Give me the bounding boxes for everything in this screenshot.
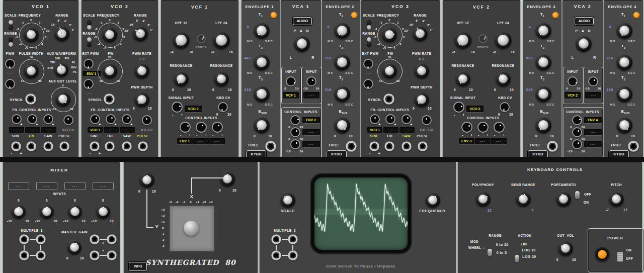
master-gain-knob[interactable]: [67, 240, 82, 254]
bend-range-knob[interactable]: [516, 192, 531, 207]
out-minus-jack-1[interactable]: [90, 250, 100, 260]
mult2-jack-4[interactable]: [288, 250, 298, 260]
pwm-depth-knob[interactable]: [414, 92, 429, 107]
mod-wheel-range-toggle[interactable]: [488, 249, 492, 256]
pulse-out-jack[interactable]: [59, 141, 69, 151]
kb-cv-knob[interactable]: [422, 115, 432, 125]
t2-knob[interactable]: [254, 54, 270, 70]
scale-led-down[interactable]: [9, 25, 13, 30]
pwm-rate-knob[interactable]: [414, 63, 429, 78]
pulse-out-jack[interactable]: [418, 141, 428, 151]
ctrl-cv2-knob[interactable]: [477, 122, 489, 133]
ext-pwm-knob2[interactable]: [363, 79, 373, 89]
pw-knob[interactable]: [102, 63, 117, 78]
power-button[interactable]: [595, 247, 609, 261]
portamento-knob[interactable]: [556, 192, 571, 207]
joystick-ball[interactable]: [184, 221, 199, 236]
input1-level-knob[interactable]: [12, 205, 26, 219]
trig-jack[interactable]: [628, 141, 639, 152]
ctrl-cv3-knob[interactable]: [212, 122, 223, 133]
input2-level-knob[interactable]: [40, 205, 54, 219]
joy-x-scale-knob[interactable]: [220, 171, 235, 187]
mixer-source-slot-2[interactable]: ...: [36, 182, 57, 190]
t1-knob[interactable]: [334, 23, 350, 39]
kb-cv-knob[interactable]: [142, 115, 152, 125]
t3-knob[interactable]: [334, 86, 350, 102]
input1-knob[interactable]: [286, 76, 296, 86]
range-knob[interactable]: [133, 26, 148, 41]
kbd-cv-knob[interactable]: [218, 102, 228, 112]
aux-waveform-knob[interactable]: [54, 63, 68, 77]
t1-knob[interactable]: [535, 23, 551, 39]
saw-out-jack[interactable]: [122, 141, 132, 151]
mult2-jack-1[interactable]: [271, 234, 281, 244]
range-led-down[interactable]: [87, 42, 92, 47]
ctrl-cv3-knob[interactable]: [290, 139, 300, 149]
resonance1-knob[interactable]: [174, 71, 189, 86]
mult1-jack-2[interactable]: [36, 234, 46, 244]
resonance2-knob[interactable]: [496, 71, 511, 86]
pitch-knob[interactable]: [609, 192, 624, 207]
pulse-out-jack[interactable]: [138, 141, 148, 151]
signal-input-knob[interactable]: [172, 102, 183, 113]
t1-knob[interactable]: [616, 23, 632, 39]
hpf-knob[interactable]: [454, 32, 471, 49]
synch-jack[interactable]: [383, 94, 394, 105]
frequency-knob[interactable]: [382, 27, 397, 42]
frequency-knob[interactable]: [102, 27, 117, 42]
mult1-jack-3[interactable]: [19, 250, 29, 260]
ctrl-cv1-knob[interactable]: [461, 122, 472, 133]
ctrl-cv1-knob[interactable]: [180, 122, 191, 133]
saw-out-jack[interactable]: [401, 141, 412, 151]
t2-knob[interactable]: [535, 54, 551, 70]
pwm-rate-knob[interactable]: [134, 63, 149, 78]
lpf-knob[interactable]: [213, 32, 230, 49]
aux-out-level-knob[interactable]: [55, 92, 70, 107]
audio-button[interactable]: AUDIO: [575, 17, 594, 25]
esus-knob[interactable]: [334, 117, 350, 133]
pulse-width-knob[interactable]: [24, 63, 39, 78]
out-plus-jack-2[interactable]: [107, 234, 117, 244]
synch-jack[interactable]: [25, 94, 36, 105]
esus-knob[interactable]: [616, 117, 632, 133]
out-minus-jack-2[interactable]: [107, 250, 117, 260]
mixer-source-slot-4[interactable]: ...: [93, 182, 114, 190]
range-knob[interactable]: [54, 26, 69, 41]
power-switch[interactable]: [617, 252, 623, 262]
range-led-up[interactable]: [9, 37, 13, 42]
pan-knob[interactable]: [576, 36, 592, 52]
scale-knob[interactable]: [280, 193, 295, 208]
scale-led-up[interactable]: [367, 20, 371, 25]
ctrl-cv3-knob[interactable]: [572, 139, 582, 149]
trig-jack[interactable]: [346, 141, 357, 152]
input4-level-knob[interactable]: [96, 205, 110, 219]
input3-level-knob[interactable]: [68, 205, 82, 219]
sine-out-jack[interactable]: [11, 141, 21, 151]
scale-led-up[interactable]: [87, 20, 92, 25]
frequency-knob[interactable]: [24, 27, 39, 42]
t2-knob[interactable]: [334, 54, 350, 70]
action-toggle[interactable]: [515, 255, 519, 262]
scale-led-up[interactable]: [9, 20, 13, 25]
ctrl-cv2-knob[interactable]: [572, 127, 582, 137]
ctrl-cv2-knob[interactable]: [196, 122, 207, 133]
hpf-knob[interactable]: [173, 32, 190, 49]
t3-knob[interactable]: [616, 86, 632, 102]
synch-jack[interactable]: [104, 94, 115, 105]
t3-knob[interactable]: [535, 86, 551, 102]
pwm-cv1-knob[interactable]: [5, 59, 15, 69]
mult1-jack-4[interactable]: [36, 250, 46, 260]
input1-knob[interactable]: [568, 76, 578, 86]
range-led-down[interactable]: [367, 42, 371, 47]
tri-out-jack[interactable]: [105, 141, 115, 151]
ctrl-cv2-knob[interactable]: [290, 127, 300, 137]
trig-jack[interactable]: [265, 141, 276, 152]
frequency-knob[interactable]: [425, 193, 440, 208]
saw-out-jack[interactable]: [43, 141, 53, 151]
scale-led-down[interactable]: [87, 25, 92, 30]
ext-pwm-knob1[interactable]: [84, 59, 94, 69]
oscilloscope-screen[interactable]: [311, 174, 411, 253]
resonance2-knob[interactable]: [214, 71, 229, 86]
tri-out-jack[interactable]: [26, 141, 36, 151]
pw-knob[interactable]: [382, 63, 397, 78]
